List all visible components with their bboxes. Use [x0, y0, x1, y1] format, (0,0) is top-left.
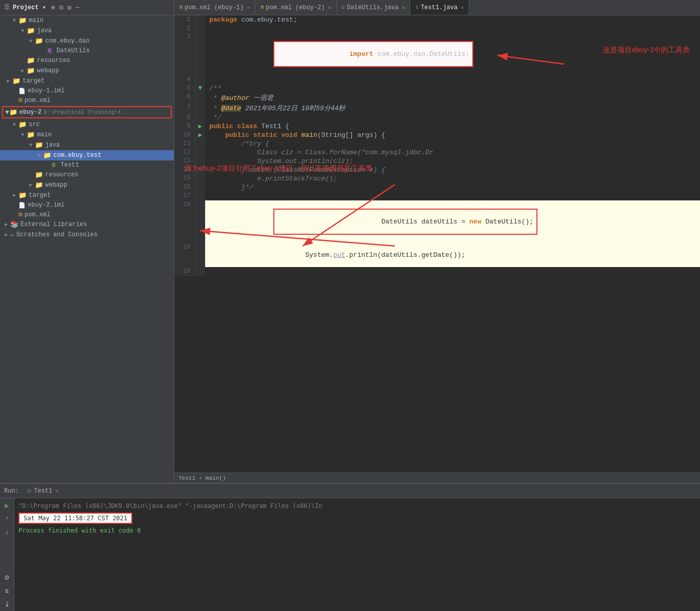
tab-label-test1: Test1.java [421, 4, 457, 11]
line-gutter-17 [195, 192, 205, 200]
import-button[interactable]: ⤓ [2, 599, 12, 609]
tree-item-resources-1[interactable]: ▶ 📁 resources [0, 55, 174, 66]
tree-item-target-2[interactable]: ► 📁 target [0, 190, 174, 200]
tree-item-ebuy2[interactable]: ▼ 📁 ebuy-2 D:\Practical Training\t... [2, 106, 172, 118]
line-gutter-13 [195, 157, 205, 166]
tree-item-com-ebuy-test[interactable]: ▼ 📁 com.ebuy.test [0, 150, 174, 160]
tree-item-ext-lib[interactable]: ► 📚 External Libraries [0, 219, 174, 230]
folder-icon-java-1: 📁 [27, 27, 35, 35]
line-code-11: /*try { [205, 139, 700, 148]
bottom-toolbar: ▶ ↑ ↓ ⚙ ⇅ ⤓ [0, 498, 14, 611]
folder-icon-ebuy2: 📁 [9, 108, 17, 116]
code-line-15: 15 e.printStackTrace(); [174, 174, 700, 183]
console-cmd-line: "D:\Program Files (x86)\JDK9.0\bin\java.… [18, 502, 696, 510]
bottom-tab-test1[interactable]: ▷ Test1 ✕ [25, 484, 62, 498]
line-code-1: package com.ebuy.test; [205, 15, 700, 24]
tree-label-webapp-2: webapp [45, 181, 67, 189]
folder-icon-webapp-2: 📁 [35, 181, 43, 189]
close-tab-pom-ebuy1[interactable]: ✕ [247, 5, 250, 11]
tab-label-pom-ebuy2: pom.xml (ebuy-2) [266, 4, 325, 11]
line-code-4 [205, 75, 700, 84]
line-gutter-3 [195, 33, 205, 75]
tree-item-pom2[interactable]: ▶ m pom.xml [0, 210, 174, 219]
tree-label-ebuy2-path: D:\Practical Training\t... [44, 109, 132, 115]
line-code-5: /** [205, 84, 700, 93]
line-code-16: }*/ [205, 183, 700, 192]
tree-item-ebuy2-iml[interactable]: ▶ 📄 ebuy-2.iml [0, 200, 174, 210]
line-code-14: } catch (ClassNotFoundException e) { [205, 166, 700, 174]
line-num-14: 14 [174, 166, 195, 174]
settings-icon[interactable]: ⚙ [68, 4, 72, 12]
tree-item-ebuy1-iml[interactable]: ▶ 📄 ebuy-1.iml [0, 86, 174, 95]
tab-label-pom-ebuy1: pom.xml (ebuy-1) [185, 4, 244, 11]
tree-label-dao: com.ebuy.dao [45, 37, 89, 45]
add-module-icon[interactable]: ⊕ [51, 4, 55, 12]
tree-item-webapp-1[interactable]: ► 📁 webapp [0, 66, 174, 76]
code-line-10: 10 ▶ public static void main(String[] ar… [174, 131, 700, 139]
breadcrumb-bar: Test1 › main() [174, 473, 700, 483]
code-line-4: 4 [174, 75, 700, 84]
close-run-tab[interactable]: ✕ [55, 488, 58, 494]
tab-label-dateutils: DateUtils.java [347, 4, 399, 11]
tab-pom-ebuy2[interactable]: m pom.xml (ebuy-2) ✕ [255, 0, 336, 15]
settings-run-button[interactable]: ⚙ [2, 572, 12, 582]
line-code-7: * @date 2021年05月22日 10时59分44秒 [205, 103, 700, 113]
line-num-4: 4 [174, 75, 195, 84]
arrow-main-2: ▼ [18, 132, 27, 138]
tree-item-src[interactable]: ▼ 📁 src [0, 119, 174, 130]
tree-item-java-1[interactable]: ▼ 📁 java [0, 26, 174, 36]
line-code-10: public static void main(String[] args) { [205, 131, 700, 139]
tree-item-resources-2[interactable]: ▶ 📁 resources [0, 170, 174, 180]
arrow-dao: ▼ [27, 38, 35, 44]
tab-pom-ebuy1[interactable]: m pom.xml (ebuy-1) ✕ [174, 0, 255, 15]
tab-dateutils[interactable]: c DateUtils.java ✕ [337, 0, 411, 15]
run-label: Run: [4, 487, 19, 495]
tree-item-main-2[interactable]: ▼ 📁 main [0, 130, 174, 140]
java-tab-icon-test1: c [415, 5, 418, 10]
scroll-up-button[interactable]: ↑ [2, 514, 12, 524]
close-tab-pom-ebuy2[interactable]: ✕ [328, 5, 331, 11]
minimize-icon[interactable]: — [75, 4, 79, 11]
tree-item-java-2[interactable]: ▼ 📁 java [0, 140, 174, 150]
line-code-20 [205, 267, 700, 276]
project-title[interactable]: Project ▾ [13, 4, 46, 11]
scroll-down-button[interactable]: ↓ [2, 527, 12, 537]
line-code-15: e.printStackTrace(); [205, 174, 700, 183]
tree-item-test1[interactable]: ▶ C Test1 [0, 160, 174, 170]
tab-test1[interactable]: c Test1.java ✕ [410, 0, 469, 15]
bottom-panel: Run: ▷ Test1 ✕ ▶ ↑ ↓ ⚙ ⇅ ⤓ "D:\Program F… [0, 483, 700, 611]
code-wrapper: 1 package com.ebuy.test; 2 3 [174, 15, 700, 276]
line-num-10: 10 [174, 131, 195, 139]
line-gutter-18 [195, 200, 205, 243]
line-gutter-15 [195, 174, 205, 183]
code-line-16: 16 }*/ [174, 183, 700, 192]
line-code-6: * @author 一宿君 [205, 93, 700, 103]
tree-label-src: src [29, 121, 40, 128]
console-output[interactable]: "D:\Program Files (x86)\JDK9.0\bin\java.… [14, 498, 700, 611]
tree-label-webapp-1: webapp [37, 67, 59, 74]
tree-item-com-ebuy-dao[interactable]: ▼ 📁 com.ebuy.dao [0, 36, 174, 46]
code-line-9: 9 ▶ public class Test1 { [174, 122, 700, 131]
arrow-main-1: ▼ [10, 18, 18, 24]
sort-button[interactable]: ⇅ [2, 585, 12, 596]
tree-item-scratches[interactable]: ► ✏ Scratches and Consoles [0, 230, 174, 240]
folder-icon-target-1: 📁 [12, 77, 21, 85]
code-line-5: 5 ▼ /** [174, 84, 700, 93]
code-container[interactable]: 1 package com.ebuy.test; 2 3 [174, 15, 700, 473]
tree-label-java-2: java [45, 141, 60, 149]
tree-item-target-1[interactable]: ► 📁 target [0, 76, 174, 86]
xml-icon-2: m [18, 211, 23, 218]
tree-item-pom1[interactable]: ▶ m pom.xml [0, 95, 174, 105]
java-icon-test1: C [51, 162, 56, 168]
line-gutter-6 [195, 93, 205, 103]
tree-item-webapp-2[interactable]: ► 📁 webapp [0, 180, 174, 190]
run-button[interactable]: ▶ [2, 500, 12, 511]
code-line-19: 19 System.out.println(dateUtils.getDate(… [174, 243, 700, 267]
tree-item-main-1[interactable]: ▼ 📁 main [0, 15, 174, 26]
iml-icon-2: 📄 [18, 202, 26, 209]
collapse-icon[interactable]: ⊟ [59, 4, 64, 12]
tree-label-pom-1: pom.xml [25, 97, 50, 104]
tree-item-dateutils[interactable]: ▶ C DateUtils [0, 46, 174, 55]
close-tab-test1[interactable]: ✕ [461, 5, 464, 11]
close-tab-dateutils[interactable]: ✕ [402, 5, 405, 11]
